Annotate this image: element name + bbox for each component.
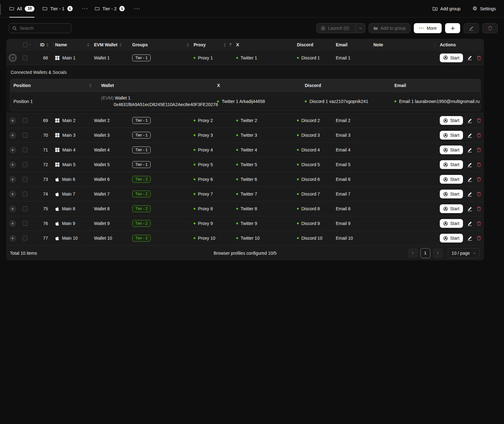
column-header-proxy[interactable]: Proxy xyxy=(194,39,236,51)
expand-toggle[interactable]: + xyxy=(9,161,16,168)
start-button[interactable]: Start xyxy=(440,160,463,169)
settings-button[interactable]: ⚙ Settings xyxy=(472,6,496,11)
row-checkbox[interactable] xyxy=(23,133,28,138)
page-size-select[interactable]: 10 / page xyxy=(448,248,480,258)
sub-column-position[interactable]: Position xyxy=(10,79,98,92)
group-tag[interactable]: Tier - 1 xyxy=(132,117,151,124)
more-button[interactable]: ··· More xyxy=(414,23,442,33)
tab-more-icon[interactable]: ··· xyxy=(134,6,141,11)
start-button[interactable]: Start xyxy=(440,175,463,184)
row-checkbox[interactable] xyxy=(23,206,28,211)
column-header-evm-wallet[interactable]: EVM Wallet xyxy=(94,39,132,51)
expand-toggle[interactable]: + xyxy=(9,117,16,124)
delete-row-button[interactable] xyxy=(476,133,481,138)
search-box[interactable] xyxy=(9,23,71,33)
start-button[interactable]: Start xyxy=(440,234,463,243)
delete-row-button[interactable] xyxy=(476,236,481,241)
row-checkbox[interactable] xyxy=(23,177,28,182)
add-to-group-button[interactable]: Add to group xyxy=(369,23,410,33)
tab-all[interactable]: All 10 xyxy=(9,0,34,17)
expand-toggle[interactable]: + xyxy=(9,176,16,183)
group-tag[interactable]: Tier - 1 xyxy=(132,161,151,168)
column-header-note[interactable]: Note xyxy=(373,39,435,51)
edit-row-button[interactable] xyxy=(467,162,472,167)
launch-dropdown-arrow[interactable] xyxy=(356,23,365,33)
row-checkbox[interactable] xyxy=(23,236,28,241)
column-header-groups[interactable]: Groups xyxy=(132,39,194,51)
edit-row-button[interactable] xyxy=(467,206,472,212)
group-tag[interactable]: Tier - 2 xyxy=(132,191,151,197)
expand-toggle[interactable]: + xyxy=(9,220,16,227)
tab-tier-1[interactable]: Tier - 1 5 xyxy=(43,0,72,17)
sort-icon[interactable] xyxy=(87,43,90,47)
delete-row-button[interactable] xyxy=(476,55,481,60)
next-page-button[interactable] xyxy=(433,248,443,258)
edit-row-button[interactable] xyxy=(467,55,472,60)
edit-row-button[interactable] xyxy=(467,133,472,138)
expand-toggle[interactable]: + xyxy=(9,191,16,197)
row-checkbox[interactable] xyxy=(23,162,28,167)
column-header-email[interactable]: Email xyxy=(336,39,373,51)
tab-more-icon[interactable]: ··· xyxy=(82,6,89,11)
edit-row-button[interactable] xyxy=(467,192,472,197)
edit-button[interactable] xyxy=(464,23,479,33)
prev-page-button[interactable] xyxy=(408,248,418,258)
scrollbar[interactable] xyxy=(0,4,1,15)
column-header-name[interactable]: Name xyxy=(53,39,94,51)
expand-toggle[interactable]: + xyxy=(9,132,16,139)
sort-icon[interactable] xyxy=(186,43,189,47)
sort-icon[interactable] xyxy=(223,43,226,47)
start-button[interactable]: Start xyxy=(440,204,463,213)
expand-toggle[interactable]: + xyxy=(9,206,16,212)
launch-split-button[interactable]: Launch (0) xyxy=(316,23,365,33)
group-tag[interactable]: Tier - 1 xyxy=(132,132,151,139)
column-header-id[interactable]: ID xyxy=(31,39,53,51)
column-header-x[interactable]: X xyxy=(236,39,297,51)
start-button[interactable]: Start xyxy=(440,54,463,62)
group-tag[interactable]: Tier - 2 xyxy=(132,205,151,212)
expand-toggle[interactable]: + xyxy=(9,147,16,153)
tab-tier-2[interactable]: Tier - 2 5 xyxy=(95,0,125,17)
delete-row-button[interactable] xyxy=(476,162,481,167)
group-tag[interactable]: Tier - 1 xyxy=(132,146,151,153)
row-checkbox[interactable] xyxy=(23,55,28,60)
edit-row-button[interactable] xyxy=(467,118,472,123)
delete-row-button[interactable] xyxy=(476,118,481,123)
row-checkbox[interactable] xyxy=(23,192,28,197)
filter-icon[interactable] xyxy=(229,43,232,47)
group-tag[interactable]: Tier - 2 xyxy=(132,176,151,183)
search-input[interactable] xyxy=(19,25,68,31)
start-button[interactable]: Start xyxy=(440,131,463,140)
sort-icon[interactable] xyxy=(89,84,92,88)
select-all-checkbox[interactable] xyxy=(23,42,27,47)
expand-toggle[interactable]: − xyxy=(9,54,16,61)
delete-row-button[interactable] xyxy=(476,192,481,197)
sort-icon[interactable] xyxy=(119,43,122,47)
row-checkbox[interactable] xyxy=(23,147,28,152)
start-button[interactable]: Start xyxy=(440,146,463,154)
edit-row-button[interactable] xyxy=(467,236,472,241)
start-button[interactable]: Start xyxy=(440,190,463,198)
row-checkbox[interactable] xyxy=(23,118,28,123)
chevron-down-icon[interactable] xyxy=(29,43,31,46)
delete-button[interactable] xyxy=(482,23,498,33)
sort-icon[interactable] xyxy=(46,43,49,47)
delete-row-button[interactable] xyxy=(476,177,481,182)
expand-toggle[interactable]: + xyxy=(9,235,16,242)
delete-row-button[interactable] xyxy=(476,147,481,152)
row-checkbox[interactable] xyxy=(23,221,28,226)
delete-row-button[interactable] xyxy=(476,206,481,211)
group-tag[interactable]: Tier - 2 xyxy=(132,220,151,227)
delete-row-button[interactable] xyxy=(476,221,481,226)
current-page-button[interactable]: 1 xyxy=(420,248,430,258)
edit-row-button[interactable] xyxy=(467,147,472,153)
add-group-button[interactable]: Add group xyxy=(433,6,461,11)
group-tag[interactable]: Tier - 1 xyxy=(132,54,151,61)
start-button[interactable]: Start xyxy=(440,219,463,228)
edit-row-button[interactable] xyxy=(467,177,472,182)
group-tag[interactable]: Tier - 2 xyxy=(132,235,151,242)
edit-row-button[interactable] xyxy=(467,221,472,226)
add-profile-button[interactable] xyxy=(445,23,460,33)
column-header-discord[interactable]: Discord xyxy=(297,39,336,51)
start-button[interactable]: Start xyxy=(440,116,463,125)
